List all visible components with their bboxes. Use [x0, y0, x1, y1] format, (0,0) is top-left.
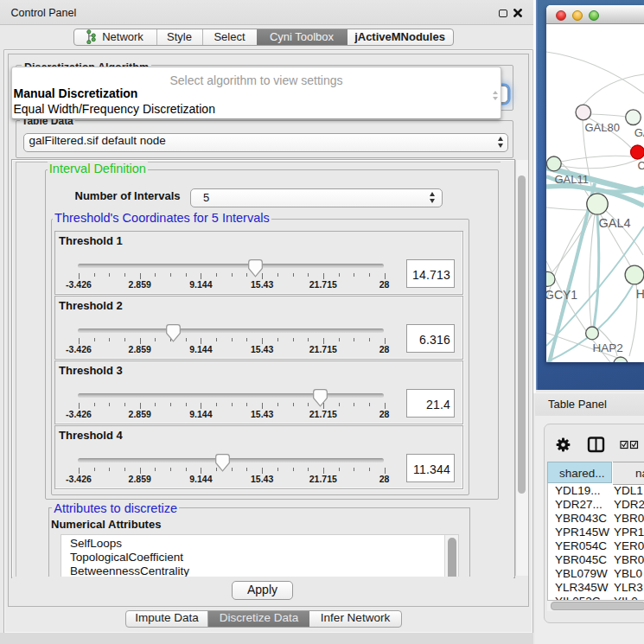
svg-text:HAP2: HAP2	[593, 341, 623, 354]
svg-text:GAL11: GAL11	[555, 173, 590, 186]
svg-text:GCY1: GCY1	[546, 288, 577, 302]
svg-text:GAL80: GAL80	[585, 121, 620, 134]
svg-text:C: C	[638, 159, 644, 172]
svg-text:GA: GA	[634, 126, 644, 139]
svg-text:H: H	[636, 287, 644, 301]
svg-text:GAL4: GAL4	[599, 216, 631, 230]
